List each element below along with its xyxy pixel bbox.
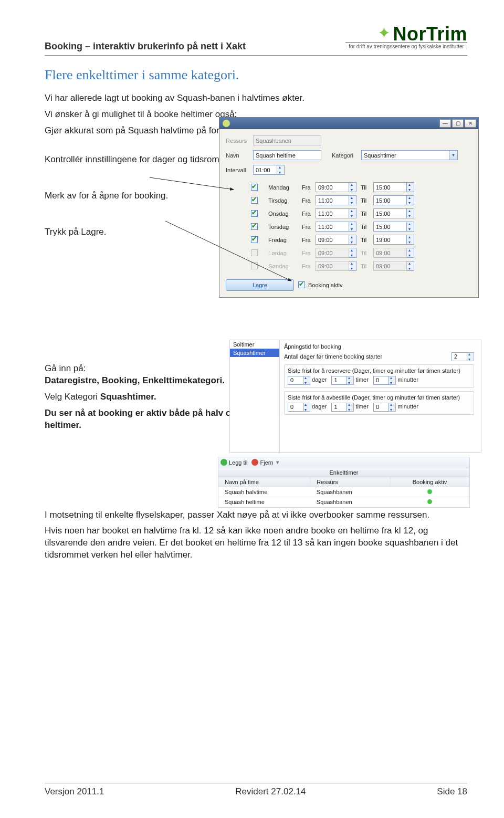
spinner-icon bbox=[407, 248, 414, 258]
day-name: Tirsdag bbox=[268, 197, 302, 204]
from-label: Fra bbox=[302, 263, 316, 269]
to-time-spinner[interactable]: 15:00 bbox=[373, 182, 414, 192]
category-list: Soltimer Squashtimer bbox=[230, 340, 280, 452]
chevron-down-icon[interactable]: ▼ bbox=[449, 150, 458, 160]
to-time-spinner[interactable]: 19:00 bbox=[373, 235, 414, 245]
day-checkbox[interactable] bbox=[251, 249, 258, 256]
from-label: Fra bbox=[302, 250, 316, 256]
cancel-days-spinner[interactable]: 0 bbox=[288, 403, 310, 412]
chevron-down-icon: ▾ bbox=[276, 459, 279, 466]
save-button[interactable]: Lagre bbox=[226, 279, 294, 291]
footer-page: Side 18 bbox=[437, 786, 467, 797]
intro-1: Vi har allerede lagt ut booking av Squas… bbox=[45, 92, 467, 104]
from-time-spinner[interactable]: 09:00 bbox=[316, 235, 356, 245]
reserve-days-spinner[interactable]: 0 bbox=[288, 376, 310, 385]
page-footer: Versjon 2011.1 Revidert 27.02.14 Side 18 bbox=[45, 783, 467, 797]
cancel-hours-spinner[interactable]: 1 bbox=[331, 403, 354, 412]
overbook-detail: Hvis noen har booket en halvtime fra kl.… bbox=[45, 525, 467, 561]
spinner-icon[interactable] bbox=[407, 182, 414, 192]
spinner-icon bbox=[349, 248, 356, 258]
window-titlebar: — ▢ ✕ bbox=[219, 118, 478, 129]
navn-field[interactable]: Squash heltime bbox=[253, 150, 321, 160]
booking-aktiv-checkbox[interactable] bbox=[298, 281, 305, 288]
list-item[interactable]: Soltimer bbox=[230, 340, 279, 349]
col-ressurs[interactable]: Ressurs bbox=[310, 477, 391, 487]
spinner-icon[interactable] bbox=[349, 208, 356, 218]
ressurs-label: Ressurs bbox=[226, 138, 253, 144]
day-row: FredagFra09:00Til19:00 bbox=[251, 234, 472, 246]
days-before-spinner[interactable]: 2 bbox=[452, 352, 474, 361]
spinner-icon[interactable] bbox=[349, 222, 356, 232]
table-group-header: Enkelttimer bbox=[218, 468, 469, 477]
from-time-spinner[interactable]: 11:00 bbox=[316, 222, 356, 232]
brand-logo: ✦NorTrim - for drift av treningssentere … bbox=[345, 23, 467, 49]
window-minimize-button[interactable]: — bbox=[439, 119, 451, 128]
reserve-hours-spinner[interactable]: 1 bbox=[331, 376, 354, 385]
to-label: Til bbox=[361, 250, 373, 256]
to-label: Til bbox=[361, 197, 373, 204]
spinner-icon[interactable] bbox=[277, 165, 285, 175]
day-row: TirsdagFra11:00Til15:00 bbox=[251, 195, 472, 206]
to-time-spinner: 09:00 bbox=[373, 248, 414, 258]
to-time-spinner[interactable]: 15:00 bbox=[373, 222, 414, 232]
navn-label: Navn bbox=[226, 152, 253, 159]
day-name: Lørdag bbox=[268, 250, 302, 256]
to-time-spinner[interactable]: 15:00 bbox=[373, 195, 414, 205]
list-item-selected[interactable]: Squashtimer bbox=[230, 349, 279, 357]
to-time-spinner[interactable]: 15:00 bbox=[373, 208, 414, 218]
category-settings-panel: Soltimer Squashtimer Åpningstid for book… bbox=[229, 340, 481, 453]
from-time-spinner: 09:00 bbox=[316, 261, 356, 271]
logo-text: NorTrim bbox=[393, 23, 467, 45]
from-label: Fra bbox=[302, 224, 316, 230]
spinner-icon[interactable] bbox=[349, 195, 356, 205]
spinner-icon[interactable] bbox=[407, 195, 414, 205]
day-row: LørdagFra09:00Til09:00 bbox=[251, 247, 472, 259]
add-button[interactable]: Legg til bbox=[220, 459, 247, 466]
table-row[interactable]: Squash halvtimeSquashbanen bbox=[218, 487, 469, 497]
day-checkbox[interactable] bbox=[251, 210, 258, 217]
day-checkbox[interactable] bbox=[251, 223, 258, 230]
spinner-icon[interactable] bbox=[407, 208, 414, 218]
spinner-icon bbox=[407, 261, 414, 271]
spinner-icon bbox=[349, 261, 356, 271]
day-name: Onsdag bbox=[268, 211, 302, 217]
spinner-icon[interactable] bbox=[349, 182, 356, 192]
spinner-icon[interactable] bbox=[407, 235, 414, 245]
to-time-spinner: 09:00 bbox=[373, 261, 414, 271]
day-checkbox[interactable] bbox=[251, 263, 258, 269]
from-time-spinner[interactable]: 11:00 bbox=[316, 208, 356, 218]
intervall-spinner[interactable]: 01:00 bbox=[253, 165, 285, 175]
day-checkbox[interactable] bbox=[251, 197, 258, 204]
cancel-deadline-label: Siste frist for å avbestille (Dager, tim… bbox=[288, 394, 470, 401]
from-label: Fra bbox=[302, 237, 316, 243]
day-checkbox[interactable] bbox=[251, 236, 258, 243]
day-name: Mandag bbox=[268, 184, 302, 191]
from-time-spinner[interactable]: 09:00 bbox=[316, 182, 356, 192]
to-label: Til bbox=[361, 237, 373, 243]
logo-icon: ✦ bbox=[377, 24, 391, 42]
spinner-icon[interactable] bbox=[349, 235, 356, 245]
kategori-select[interactable]: Squashtimer ▼ bbox=[361, 150, 458, 160]
remove-button[interactable]: Fjern▾ bbox=[251, 459, 279, 466]
days-before-label: Antall dager før timene booking starter bbox=[284, 353, 452, 360]
spinner-icon[interactable] bbox=[407, 222, 414, 232]
from-label: Fra bbox=[302, 184, 316, 191]
col-navn[interactable]: Navn på time bbox=[218, 477, 310, 487]
reserve-min-spinner[interactable]: 0 bbox=[373, 376, 396, 385]
col-aktiv[interactable]: Booking aktiv bbox=[390, 477, 469, 487]
window-maximize-button[interactable]: ▢ bbox=[452, 119, 464, 128]
from-label: Fra bbox=[302, 197, 316, 204]
spinner-icon[interactable] bbox=[467, 352, 474, 361]
note-open-booking: Merk av for å åpne for booking. bbox=[45, 190, 228, 202]
from-time-spinner[interactable]: 11:00 bbox=[316, 195, 356, 205]
status-dot-icon bbox=[427, 489, 432, 494]
kategori-label: Kategori bbox=[332, 152, 361, 159]
to-label: Til bbox=[361, 224, 373, 230]
window-close-button[interactable]: ✕ bbox=[465, 119, 476, 128]
cancel-min-spinner[interactable]: 0 bbox=[373, 403, 396, 412]
day-checkbox[interactable] bbox=[251, 184, 258, 191]
logo-subtitle: - for drift av treningssentere og fysika… bbox=[345, 42, 467, 49]
table-row[interactable]: Squash heltimeSquashbanen bbox=[218, 497, 469, 507]
reserve-deadline-label: Siste frist for å reservere (Dager, time… bbox=[288, 368, 470, 374]
delete-icon bbox=[251, 459, 258, 466]
